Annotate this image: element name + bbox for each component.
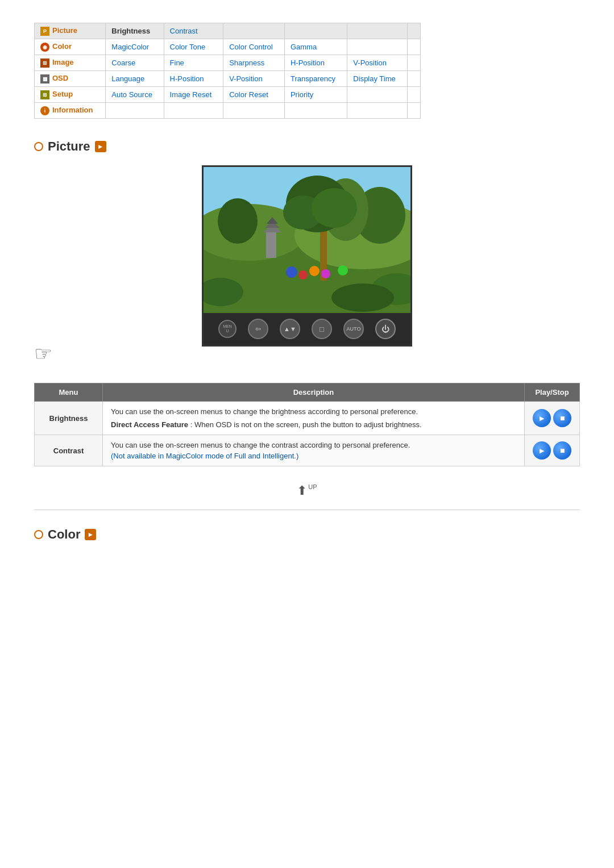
nav-item-5-0 bbox=[106, 103, 164, 119]
nav-item-4-1[interactable]: Image Reset bbox=[164, 87, 223, 103]
nav-item-1-1[interactable]: Color Tone bbox=[164, 39, 223, 55]
nav-item-2-1[interactable]: Fine bbox=[164, 55, 223, 71]
nav-button-2[interactable]: ▲▼ bbox=[280, 319, 300, 339]
nav-item-1-0[interactable]: MagicColor bbox=[106, 39, 164, 55]
nav-link-contrast[interactable]: Contrast bbox=[170, 27, 198, 35]
col-header-menu: Menu bbox=[35, 383, 103, 402]
svg-point-23 bbox=[331, 283, 394, 312]
hand-pointer: ☞ bbox=[34, 342, 52, 365]
nav-link-h-position[interactable]: H-Position bbox=[170, 74, 204, 83]
picture-nav-next[interactable]: ► bbox=[95, 141, 106, 152]
svg-point-17 bbox=[298, 270, 308, 279]
nav-menu-osd[interactable]: ▦OSD bbox=[35, 71, 106, 87]
nav-link-fine[interactable]: Fine bbox=[170, 59, 184, 67]
nav-menu-image[interactable]: ⊞Image bbox=[35, 55, 106, 71]
nav-item-0-1[interactable]: Contrast bbox=[164, 23, 223, 39]
desc-text-1: You can use the on-screen menus to chang… bbox=[103, 435, 525, 466]
icon-picture: P bbox=[40, 27, 49, 36]
up-label: UP bbox=[308, 483, 317, 498]
power-button[interactable]: ⏻ bbox=[375, 319, 396, 339]
stop-button-1[interactable]: ⏹ bbox=[553, 441, 571, 460]
nav-item-0-3 bbox=[284, 23, 347, 39]
nav-link-sharpness[interactable]: Sharpness bbox=[229, 59, 264, 67]
nav-item-4-0[interactable]: Auto Source bbox=[106, 87, 164, 103]
nav-link-display-time[interactable]: Display Time bbox=[353, 74, 395, 83]
nav-link-image-reset[interactable]: Image Reset bbox=[170, 90, 212, 99]
col-header-playstop: Play/Stop bbox=[525, 383, 580, 402]
nav-link-brightness[interactable]: Brightness bbox=[111, 27, 150, 35]
color-nav-next[interactable]: ► bbox=[85, 529, 96, 540]
nav-label-picture: Picture bbox=[52, 26, 77, 35]
nav-link-auto-source[interactable]: Auto Source bbox=[111, 90, 152, 99]
icon-osd: ▦ bbox=[40, 74, 49, 84]
nav-item-2-2[interactable]: Sharpness bbox=[223, 55, 285, 71]
svg-point-18 bbox=[309, 266, 320, 276]
auto-button[interactable]: AUTO bbox=[343, 319, 364, 339]
nav-label-information: Information bbox=[52, 106, 93, 114]
section-divider bbox=[34, 510, 580, 510]
navigation-table: PPictureBrightnessContrast◉ColorMagicCol… bbox=[34, 23, 421, 119]
nav-button-1[interactable]: ⇦ bbox=[248, 319, 268, 339]
desc-menu-1: Contrast bbox=[35, 435, 103, 466]
nav-item-2-3[interactable]: H-Position bbox=[284, 55, 347, 71]
nav-menu-setup[interactable]: ⊞Setup bbox=[35, 87, 106, 103]
nav-link-h-position[interactable]: H-Position bbox=[291, 59, 325, 67]
nav-link-language[interactable]: Language bbox=[111, 74, 144, 83]
nav-link-magiccolor[interactable]: MagicColor bbox=[111, 43, 149, 51]
play-button-1[interactable]: ▶ bbox=[533, 441, 551, 460]
up-arrow-icon: ⬆ bbox=[297, 483, 307, 498]
play-button-0[interactable]: ▶ bbox=[533, 409, 551, 427]
nav-item-2-0[interactable]: Coarse bbox=[106, 55, 164, 71]
nav-item-0-0[interactable]: Brightness bbox=[106, 23, 164, 39]
nav-item-3-0[interactable]: Language bbox=[106, 71, 164, 87]
nav-item-0-5 bbox=[407, 23, 420, 39]
play-stop-0: ▶⏹ bbox=[525, 402, 580, 435]
nav-item-5-4 bbox=[347, 103, 407, 119]
nav-item-3-4[interactable]: Display Time bbox=[347, 71, 407, 87]
picture-circle-icon bbox=[34, 142, 43, 151]
nav-item-4-3[interactable]: Priority bbox=[284, 87, 347, 103]
nav-item-0-4 bbox=[347, 23, 407, 39]
nav-label-osd: OSD bbox=[52, 74, 68, 82]
svg-point-16 bbox=[286, 266, 297, 278]
direct-access-label: Direct Access Feature bbox=[111, 420, 188, 429]
nav-label-image: Image bbox=[52, 58, 74, 66]
stop-button-0[interactable]: ⏹ bbox=[553, 409, 571, 427]
nav-menu-information[interactable]: iInformation bbox=[35, 103, 106, 119]
play-stop-btns-0: ▶⏹ bbox=[533, 409, 571, 427]
svg-point-4 bbox=[218, 198, 258, 244]
nav-link-priority[interactable]: Priority bbox=[291, 90, 313, 99]
nav-link-gamma[interactable]: Gamma bbox=[291, 43, 317, 51]
monitor-controls: MENU ⇦ ▲▼ □ AUTO ⏻ bbox=[202, 313, 412, 347]
svg-point-20 bbox=[338, 265, 348, 276]
nav-menu-color[interactable]: ◉Color bbox=[35, 39, 106, 55]
nav-link-color-control[interactable]: Color Control bbox=[229, 43, 273, 51]
nav-link-color-reset[interactable]: Color Reset bbox=[229, 90, 268, 99]
nav-link-v-position[interactable]: V-Position bbox=[229, 74, 263, 83]
nav-item-3-5 bbox=[407, 71, 420, 87]
play-stop-1: ▶⏹ bbox=[525, 435, 580, 466]
nav-button-3[interactable]: □ bbox=[312, 319, 332, 339]
nav-item-3-3[interactable]: Transparency bbox=[284, 71, 347, 87]
nav-item-1-2[interactable]: Color Control bbox=[223, 39, 285, 55]
nav-item-3-1[interactable]: H-Position bbox=[164, 71, 223, 87]
nav-link-v-position[interactable]: V-Position bbox=[353, 59, 387, 67]
nav-item-4-4 bbox=[347, 87, 407, 103]
nav-link-coarse[interactable]: Coarse bbox=[111, 59, 135, 67]
nav-item-2-4[interactable]: V-Position bbox=[347, 55, 407, 71]
monitor-screen bbox=[202, 165, 412, 313]
nav-item-4-2[interactable]: Color Reset bbox=[223, 87, 285, 103]
contrast-desc-main: You can use the on-screen menus to chang… bbox=[111, 441, 516, 449]
brightness-desc-main: You can use the on-screen menus to chang… bbox=[111, 407, 516, 416]
icon-information: i bbox=[40, 106, 49, 115]
up-arrow-container: ⬆ UP bbox=[34, 483, 580, 498]
nav-label-color: Color bbox=[52, 42, 72, 51]
nav-item-3-2[interactable]: V-Position bbox=[223, 71, 285, 87]
menu-button[interactable]: MENU bbox=[218, 320, 237, 338]
nav-link-transparency[interactable]: Transparency bbox=[291, 74, 335, 83]
nav-menu-picture[interactable]: PPicture bbox=[35, 23, 106, 39]
nav-item-1-3[interactable]: Gamma bbox=[284, 39, 347, 55]
nav-link-color-tone[interactable]: Color Tone bbox=[170, 43, 206, 51]
svg-point-19 bbox=[321, 269, 330, 278]
color-circle-icon bbox=[34, 530, 43, 539]
